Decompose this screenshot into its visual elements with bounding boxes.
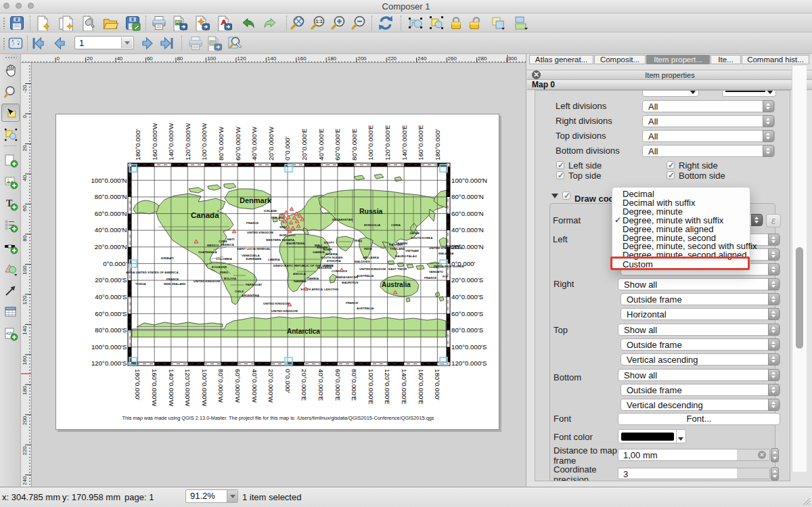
svg-text:FRANCE: FRANCE (166, 278, 179, 281)
svg-text:20°0.000′E: 20°0.000′E (300, 369, 308, 401)
svg-text:280: 280 (478, 56, 487, 62)
svg-text:120°0.000′W: 120°0.000′W (184, 123, 191, 160)
svg-text:80°0.000′E: 80°0.000′E (351, 128, 358, 160)
svg-text:FRANCE: FRANCE (346, 301, 358, 305)
svg-text:COLOMBIA: COLOMBIA (216, 257, 233, 261)
svg-text:60°0.000′N: 60°0.000′N (95, 210, 127, 217)
svg-text:240: 240 (418, 56, 427, 62)
svg-text:40°0.000′S: 40°0.000′S (95, 293, 127, 301)
svg-text:SURINAME: SURINAME (246, 257, 261, 261)
svg-text:100°0.000′S: 100°0.000′S (91, 343, 127, 351)
svg-text:0°0.000′: 0°0.000′ (103, 260, 127, 267)
svg-text:140°0.000′W: 140°0.000′W (168, 369, 175, 407)
svg-text:60: 60 (22, 205, 28, 211)
svg-text:KIRIBATI: KIRIBATI (161, 257, 174, 260)
svg-text:60°0.000′E: 60°0.000′E (334, 369, 342, 401)
svg-text:0°0.000′: 0°0.000′ (284, 369, 292, 393)
svg-text:40: 40 (116, 56, 122, 62)
svg-text:120°0.000′W: 120°0.000′W (184, 369, 191, 407)
svg-text:LIBERIA: LIBERIA (268, 258, 280, 261)
svg-text:20°0.000′W: 20°0.000′W (267, 369, 275, 403)
svg-text:200: 200 (22, 416, 28, 425)
svg-text:FRANCE: FRANCE (424, 276, 436, 280)
svg-text:COMOROS: COMOROS (332, 269, 347, 273)
svg-text:ECUADOR: ECUADOR (212, 265, 227, 269)
svg-text:NEW ZEALAND: NEW ZEALAND (164, 282, 185, 286)
svg-text:140°0.000′E: 140°0.000′E (401, 369, 408, 405)
svg-text:60°0.000′W: 60°0.000′W (234, 126, 242, 160)
svg-text:140: 140 (22, 326, 28, 335)
svg-text:UNITED KINGDOM: UNITED KINGDOM (359, 267, 386, 271)
svg-text:UNITED KINGDOM: UNITED KINGDOM (271, 309, 298, 313)
svg-text:0: 0 (57, 56, 60, 62)
svg-text:40°0.000′N: 40°0.000′N (95, 226, 127, 234)
svg-text:20°0.000′N: 20°0.000′N (95, 243, 127, 250)
svg-text:Antarctica: Antarctica (287, 328, 320, 335)
svg-text:UNITED KINGDOM: UNITED KINGDOM (194, 280, 220, 283)
svg-text:220: 220 (22, 446, 28, 456)
svg-text:This map was made using QGIS 2: This map was made using QGIS 2.13.0-Mast… (122, 415, 434, 421)
svg-text:60: 60 (147, 56, 153, 62)
svg-text:JAPAN: JAPAN (409, 232, 420, 235)
svg-text:60°0.000′N: 60°0.000′N (451, 210, 484, 217)
svg-text:40°0.000′W: 40°0.000′W (251, 369, 258, 403)
svg-text:300: 300 (508, 56, 518, 62)
svg-text:40°0.000′W: 40°0.000′W (250, 126, 258, 160)
svg-text:CHINA: CHINA (391, 223, 401, 227)
svg-text:ANGOLA: ANGOLA (293, 272, 307, 275)
svg-text:120°0.000′S: 120°0.000′S (91, 359, 127, 367)
svg-text:VANUATU: VANUATU (429, 270, 443, 273)
svg-text:KAZAKHSTAN: KAZAKHSTAN (332, 218, 353, 221)
svg-text:180°0.000′: 180°0.000′ (134, 369, 141, 400)
svg-text:FIJI: FIJI (443, 275, 448, 278)
svg-text:-20: -20 (22, 85, 28, 93)
svg-text:80°0.000′N: 80°0.000′N (451, 193, 484, 200)
svg-text:80°0.000′W: 80°0.000′W (217, 126, 225, 160)
svg-text:0: 0 (22, 114, 28, 118)
svg-text:JAMAICA: JAMAICA (221, 243, 235, 246)
svg-text:LESOTHO: LESOTHO (324, 288, 339, 291)
svg-text:140: 140 (267, 56, 277, 62)
svg-text:MOROCCO: MOROCCO (279, 234, 296, 237)
svg-text:NAURU PALAU: NAURU PALAU (395, 255, 417, 258)
svg-text:1:1: 1:1 (315, 19, 322, 24)
svg-text:40°0.000′E: 40°0.000′E (317, 128, 325, 160)
svg-text:100°0.000′N: 100°0.000′N (91, 177, 127, 184)
svg-text:100°0.000′W: 100°0.000′W (200, 123, 208, 160)
svg-text:80°0.000′E: 80°0.000′E (351, 369, 358, 401)
svg-text:100: 100 (22, 265, 28, 275)
svg-text:100°0.000′S: 100°0.000′S (451, 343, 487, 351)
svg-text:20°0.000′W: 20°0.000′W (267, 126, 275, 160)
svg-text:140°0.000′E: 140°0.000′E (401, 125, 408, 160)
svg-text:160°0.000′E: 160°0.000′E (417, 125, 424, 160)
svg-text:80°0.000′S: 80°0.000′S (451, 326, 484, 334)
svg-text:AMOA UNITED STATES OF AMERICA: AMOA UNITED STATES OF AMERICA (126, 271, 179, 274)
svg-text:PAPUA NEW GUINEA: PAPUA NEW GUINEA (434, 265, 464, 268)
svg-text:VIETNAM: VIETNAM (405, 249, 419, 252)
svg-text:ARGENTINA: ARGENTINA (242, 294, 260, 297)
svg-text:20°0.000′S: 20°0.000′S (95, 276, 127, 284)
svg-text:ICELAND: ICELAND (264, 209, 277, 213)
svg-text:INDIA: INDIA (364, 247, 373, 250)
svg-text:100°0.000′N: 100°0.000′N (451, 177, 487, 184)
svg-text:THAILAND: THAILAND (445, 244, 460, 248)
svg-text:80°0.000′S: 80°0.000′S (95, 326, 127, 334)
svg-text:160°0.000′W: 160°0.000′W (151, 369, 158, 407)
svg-text:TONGA: TONGA (135, 282, 147, 286)
svg-text:100°0.000′E: 100°0.000′E (367, 125, 374, 160)
svg-text:Australia: Australia (382, 281, 411, 288)
svg-text:KASHMIR: KASHMIR (389, 243, 403, 246)
svg-text:SUDAN: SUDAN (317, 246, 328, 249)
svg-text:40: 40 (22, 175, 28, 181)
svg-text:ETHIOPIA: ETHIOPIA (327, 259, 342, 263)
svg-text:120: 120 (22, 295, 28, 305)
svg-text:IRAQ: IRAQ (355, 239, 363, 242)
svg-text:80°0.000′W: 80°0.000′W (217, 369, 225, 403)
svg-text:Russia: Russia (359, 207, 383, 215)
svg-text:THAILAND: THAILAND (390, 247, 405, 250)
svg-text:100: 100 (207, 56, 217, 62)
svg-text:60°0.000′S: 60°0.000′S (95, 310, 127, 317)
svg-text:120°0.000′S: 120°0.000′S (451, 359, 487, 367)
svg-text:MALDIVES: MALDIVES (355, 260, 370, 263)
svg-text:Denmark: Denmark (240, 196, 272, 204)
